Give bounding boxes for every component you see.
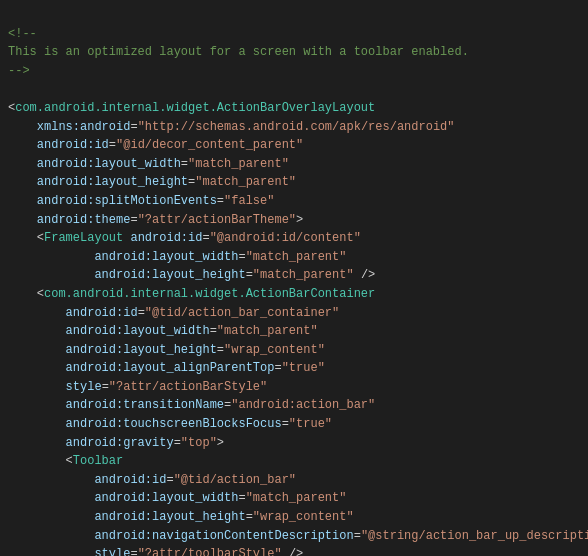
xml-punctuation: =: [238, 250, 245, 264]
xml-punctuation: =: [238, 491, 245, 505]
xml-attr-value: "match_parent": [195, 175, 296, 189]
xml-attribute: android:layout_height: [94, 510, 245, 524]
xml-attr-value: "?attr/actionBarStyle": [109, 380, 267, 394]
code-line: [8, 80, 580, 99]
code-line: <!--: [8, 25, 580, 44]
xml-punctuation: <: [66, 454, 73, 468]
xml-attribute: android:layout_width: [94, 250, 238, 264]
xml-punctuation: =: [138, 306, 145, 320]
code-line: android:id="@tid/action_bar": [8, 471, 580, 490]
xml-attribute: android:id: [66, 306, 138, 320]
xml-punctuation: >: [217, 436, 224, 450]
code-line: style="?attr/actionBarStyle": [8, 378, 580, 397]
plain-text: [8, 324, 66, 338]
xml-attr-value: "top": [181, 436, 217, 450]
xml-attr-value: "android:action_bar": [231, 398, 375, 412]
plain-text: [8, 361, 66, 375]
xml-attribute: android:id: [37, 138, 109, 152]
xml-attr-value: "@id/decor_content_parent": [116, 138, 303, 152]
code-line: android:layout_alignParentTop="true": [8, 359, 580, 378]
xml-attr-value: "http://schemas.android.com/apk/res/andr…: [138, 120, 455, 134]
xml-attribute: android:transitionName: [66, 398, 224, 412]
xml-attribute: style: [66, 380, 102, 394]
xml-attribute: android:id: [130, 231, 202, 245]
xml-attr-value: "match_parent": [246, 250, 347, 264]
code-line: android:theme="?attr/actionBarTheme">: [8, 211, 580, 230]
xml-punctuation: =: [274, 361, 281, 375]
xml-punctuation: =: [109, 138, 116, 152]
plain-text: [8, 306, 66, 320]
xml-attribute: android:layout_height: [37, 175, 188, 189]
xml-attr-value: "wrap_content": [253, 510, 354, 524]
plain-text: [8, 473, 94, 487]
code-line: <Toolbar: [8, 452, 580, 471]
xml-punctuation: >: [296, 213, 303, 227]
xml-attribute: android:layout_width: [94, 491, 238, 505]
xml-attribute: android:layout_width: [37, 157, 181, 171]
xml-tag: FrameLayout: [44, 231, 123, 245]
xml-attribute: style: [94, 547, 130, 556]
xml-attr-value: "@string/action_bar_up_description": [361, 529, 588, 543]
xml-punctuation: =: [210, 324, 217, 338]
xml-attr-value: "@android:id/content": [210, 231, 361, 245]
xml-punctuation: <: [37, 231, 44, 245]
code-line: android:layout_width="match_parent": [8, 489, 580, 508]
xml-punctuation: =: [166, 473, 173, 487]
xml-attribute: android:layout_width: [66, 324, 210, 338]
plain-text: [8, 138, 37, 152]
xml-punctuation: =: [246, 268, 253, 282]
plain-text: [8, 157, 37, 171]
code-line: xmlns:android="http://schemas.android.co…: [8, 118, 580, 137]
code-line: <com.android.internal.widget.ActionBarOv…: [8, 99, 580, 118]
code-line: <FrameLayout android:id="@android:id/con…: [8, 229, 580, 248]
plain-text: [8, 287, 37, 301]
code-line: android:layout_height="wrap_content": [8, 508, 580, 527]
xml-punctuation: =: [174, 436, 181, 450]
code-line: <com.android.internal.widget.ActionBarCo…: [8, 285, 580, 304]
xml-attr-value: "?attr/actionBarTheme": [138, 213, 296, 227]
xml-attribute: xmlns:android: [37, 120, 131, 134]
xml-tag: com.android.internal.widget.ActionBarCon…: [44, 287, 375, 301]
comment-text: This is an optimized layout for a screen…: [8, 45, 469, 59]
code-line: android:layout_height="match_parent" />: [8, 266, 580, 285]
plain-text: [8, 231, 37, 245]
plain-text: [8, 380, 66, 394]
xml-punctuation: =: [130, 547, 137, 556]
code-line: android:layout_height="wrap_content": [8, 341, 580, 360]
xml-attribute: android:navigationContentDescription: [94, 529, 353, 543]
xml-attr-value: "false": [224, 194, 274, 208]
xml-attr-value: "wrap_content": [224, 343, 325, 357]
code-line: android:layout_height="match_parent": [8, 173, 580, 192]
xml-punctuation: =: [202, 231, 209, 245]
comment-text: <!--: [8, 27, 37, 41]
xml-punctuation: =: [102, 380, 109, 394]
xml-punctuation: =: [130, 213, 137, 227]
plain-text: [8, 529, 94, 543]
plain-text: [8, 436, 66, 450]
xml-attribute: android:layout_alignParentTop: [66, 361, 275, 375]
xml-attr-value: "@tid/action_bar_container": [145, 306, 339, 320]
code-line: android:id="@id/decor_content_parent": [8, 136, 580, 155]
code-line: android:gravity="top">: [8, 434, 580, 453]
xml-attr-value: "true": [289, 417, 332, 431]
code-line: This is an optimized layout for a screen…: [8, 43, 580, 62]
plain-text: [8, 417, 66, 431]
code-line: android:layout_width="match_parent": [8, 322, 580, 341]
xml-attribute: android:splitMotionEvents: [37, 194, 217, 208]
xml-attribute: android:gravity: [66, 436, 174, 450]
xml-attribute: android:layout_height: [66, 343, 217, 357]
xml-tag: Toolbar: [73, 454, 123, 468]
plain-text: [8, 491, 94, 505]
plain-text: [8, 213, 37, 227]
xml-attribute: android:layout_height: [94, 268, 245, 282]
plain-text: [8, 454, 66, 468]
xml-attribute: android:theme: [37, 213, 131, 227]
code-line: -->: [8, 62, 580, 81]
xml-punctuation: =: [217, 194, 224, 208]
xml-attr-value: "match_parent": [188, 157, 289, 171]
xml-attr-value: "match_parent": [253, 268, 354, 282]
plain-text: [8, 250, 94, 264]
xml-punctuation: />: [289, 547, 303, 556]
xml-punctuation: =: [217, 343, 224, 357]
xml-attr-value: "match_parent": [217, 324, 318, 338]
